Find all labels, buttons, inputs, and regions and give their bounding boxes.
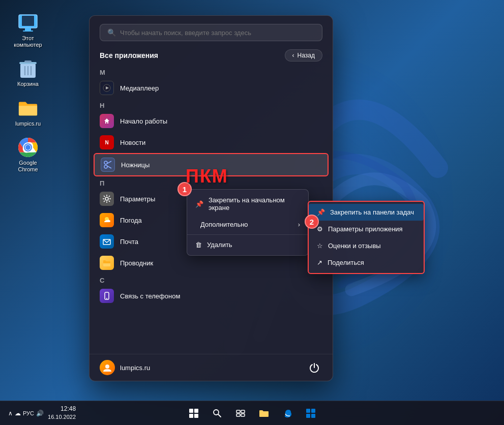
date-display: 16.10.2022 <box>48 413 76 421</box>
app-item-news[interactable]: N Новости <box>94 132 329 153</box>
start-work-icon <box>100 114 114 128</box>
search-input[interactable] <box>120 29 315 37</box>
start-tiles-button[interactable] <box>301 403 321 423</box>
ctx-app-settings[interactable]: ⚙ Параметры приложения <box>309 221 424 237</box>
ctx-pin-taskbar[interactable]: 📌 Закрепить на панели задач <box>309 204 424 221</box>
svg-rect-31 <box>236 414 240 416</box>
desktop-icons-container: Этот компьютер Корзина <box>8 10 48 175</box>
desktop-icon-this-computer[interactable]: Этот компьютер <box>8 10 48 51</box>
context-menu-primary: 📌 Закрепить на начальном экране Дополнит… <box>187 189 309 256</box>
this-computer-label: Этот компьютер <box>10 35 46 48</box>
all-apps-header: Все приложения ‹ Назад <box>90 45 333 64</box>
user-avatar <box>100 360 115 375</box>
svg-rect-34 <box>311 409 315 413</box>
svg-rect-36 <box>311 414 315 418</box>
lumpics-folder-label: lumpics.ru <box>15 120 41 127</box>
pin-taskbar-icon: 📌 <box>317 208 325 216</box>
pin-taskbar-label: Закрепить на панели задач <box>330 208 414 216</box>
app-settings-label: Параметры приложения <box>328 225 403 233</box>
svg-rect-3 <box>25 28 31 31</box>
app-name-media-player: Медиаплеер <box>120 84 159 92</box>
app-item-phone-link[interactable]: Связь с телефоном <box>94 285 329 307</box>
uninstall-icon: 🗑 <box>195 241 202 249</box>
edge-taskbar-button[interactable] <box>277 403 298 423</box>
ctx-additional[interactable]: Дополнительно › <box>187 216 308 233</box>
pin-home-icon: 📌 <box>195 200 203 208</box>
ratings-icon: ☆ <box>317 242 323 250</box>
app-name-explorer: Проводник <box>120 259 153 267</box>
back-label: Назад <box>298 52 315 59</box>
search-bar[interactable]: 🔍 <box>100 24 322 41</box>
pkm-annotation: ПКМ <box>186 166 228 187</box>
system-tray[interactable]: ∧ ☁ РУС 🔊 <box>8 410 44 417</box>
app-settings-icon: ⚙ <box>317 225 323 233</box>
app-name-mail: Почта <box>120 238 138 246</box>
speaker-icon: 🔊 <box>36 410 44 417</box>
weather-icon <box>100 213 114 227</box>
back-chevron: ‹ <box>292 52 294 59</box>
app-name-start-work: Начало работы <box>120 117 167 125</box>
additional-label: Дополнительно <box>200 221 248 228</box>
chrome-label: Google Chrome <box>10 160 46 173</box>
chrome-icon <box>18 137 38 158</box>
desktop-icon-lumpics-folder[interactable]: lumpics.ru <box>8 96 48 130</box>
news-icon: N <box>100 135 114 149</box>
media-player-icon <box>100 81 114 95</box>
svg-point-21 <box>105 197 108 200</box>
desktop-icon-google-chrome[interactable]: Google Chrome <box>8 135 48 175</box>
svg-rect-35 <box>306 414 310 418</box>
uninstall-label: Удалить <box>207 241 232 249</box>
search-taskbar-icon <box>213 409 222 418</box>
mail-icon <box>100 234 114 249</box>
user-name: lumpics.ru <box>120 364 150 372</box>
back-button[interactable]: ‹ Назад <box>285 49 322 62</box>
taskbar-right: ∧ ☁ РУС 🔊 12:48 16.10.2022 <box>8 405 76 421</box>
user-info[interactable]: lumpics.ru <box>100 360 150 375</box>
section-letter-s: С <box>94 274 329 285</box>
section-letter-n: Н <box>94 99 329 110</box>
ratings-label: Оценки и отзывы <box>328 242 381 250</box>
ctx-uninstall[interactable]: 🗑 Удалить <box>187 236 308 253</box>
svg-point-25 <box>106 298 107 299</box>
ctx-ratings[interactable]: ☆ Оценки и отзывы <box>309 237 424 254</box>
svg-line-28 <box>218 414 221 417</box>
svg-rect-33 <box>306 409 310 413</box>
svg-rect-30 <box>241 410 245 413</box>
ctx-pin-home[interactable]: 📌 Закрепить на начальном экране <box>187 192 308 216</box>
app-item-media-player[interactable]: Медиаплеер <box>94 77 329 99</box>
search-taskbar-button[interactable] <box>207 403 227 423</box>
task-view-button[interactable] <box>230 403 251 423</box>
annotation-badge-2: 2 <box>305 215 319 229</box>
taskbar-clock[interactable]: 12:48 16.10.2022 <box>48 405 76 421</box>
recycle-bin-icon <box>18 58 38 79</box>
explorer-icon <box>100 256 114 270</box>
ctx-share[interactable]: ↗ Поделиться <box>309 254 424 271</box>
chevron-tray-icon: ∧ <box>8 410 13 417</box>
pin-home-label: Закрепить на начальном экране <box>209 196 300 211</box>
svg-point-14 <box>25 145 31 150</box>
svg-point-26 <box>105 365 109 369</box>
start-button[interactable] <box>184 403 204 423</box>
explorer-taskbar-icon <box>259 409 269 418</box>
context-menu-secondary: 📌 Закрепить на панели задач ⚙ Параметры … <box>308 201 425 274</box>
search-icon: 🔍 <box>107 28 116 37</box>
section-letter-m: М <box>94 66 329 77</box>
svg-rect-4 <box>23 31 33 32</box>
task-view-icon <box>236 409 245 418</box>
desktop-icon-recycle-bin[interactable]: Корзина <box>8 56 48 90</box>
svg-rect-32 <box>241 414 245 416</box>
power-button[interactable] <box>306 359 322 376</box>
svg-rect-7 <box>24 60 32 63</box>
monitor-icon <box>18 13 38 33</box>
tiles-icon <box>306 408 316 418</box>
explorer-taskbar-button[interactable] <box>254 403 274 423</box>
folder-icon <box>18 98 38 118</box>
app-item-start-work[interactable]: Начало работы <box>94 110 329 132</box>
lang-indicator: РУС <box>23 410 34 416</box>
edge-taskbar-icon <box>282 408 292 418</box>
app-name-phone-link: Связь с телефоном <box>120 292 180 300</box>
taskbar-center <box>184 403 321 423</box>
time-display: 12:48 <box>48 405 76 413</box>
app-name-weather: Погода <box>120 217 142 224</box>
start-menu-footer: lumpics.ru <box>90 354 333 381</box>
